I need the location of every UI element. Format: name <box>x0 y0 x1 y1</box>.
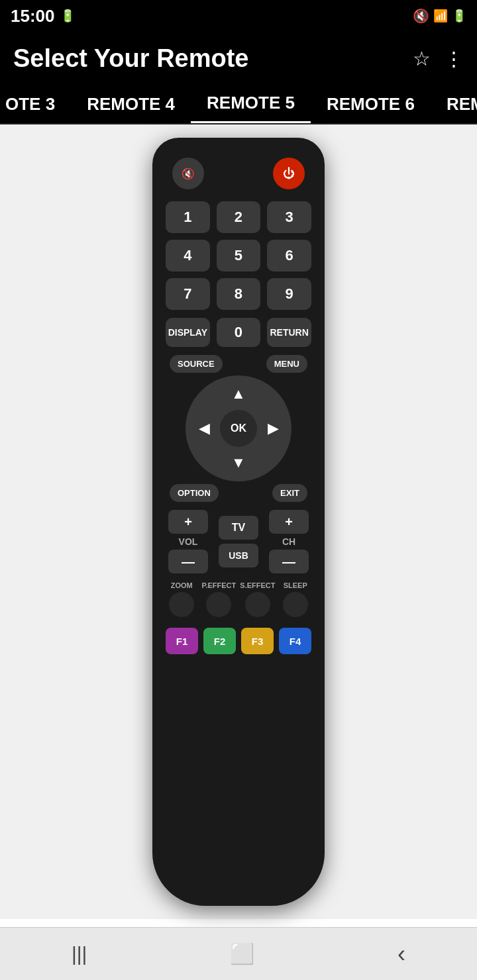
nav-menu-icon[interactable]: ||| <box>72 943 87 965</box>
s-effect-button[interactable] <box>245 592 270 617</box>
f3-button[interactable]: F3 <box>241 628 274 654</box>
ch-label: CH <box>282 536 295 547</box>
num-4-button[interactable]: 4 <box>166 240 210 271</box>
page-title: Select Your Remote <box>13 44 249 73</box>
f2-button[interactable]: F2 <box>203 628 236 654</box>
effect-row: ZOOM P.EFFECT S.EFFECT SLEEP <box>166 581 311 617</box>
nav-bar: ||| ⬜ ‹ <box>0 927 477 980</box>
f4-button[interactable]: F4 <box>279 628 311 654</box>
ok-button[interactable]: OK <box>220 410 257 447</box>
num-7-button[interactable]: 7 <box>166 278 210 310</box>
num-6-button[interactable]: 6 <box>267 240 311 271</box>
tab-remote-6[interactable]: REMOTE 6 <box>311 85 431 123</box>
dpad-section: SOURCE MENU ▲ ▼ ◀ ▶ OK <box>166 355 311 502</box>
return-button[interactable]: RETURN <box>267 318 311 347</box>
status-bar: 15:00 🔋 🔇 📶 🔋 <box>0 0 477 32</box>
mute-symbol: 🔇 <box>182 168 195 180</box>
tab-remote-4[interactable]: REMOTE 4 <box>71 85 191 123</box>
fbutton-row: F1 F2 F3 F4 <box>166 628 311 654</box>
ch-plus-button[interactable]: + <box>269 510 309 534</box>
mute-button[interactable]: 🔇 <box>172 158 204 189</box>
tv-usb-block: TV USB <box>216 516 261 567</box>
vol-plus-button[interactable]: + <box>168 510 208 534</box>
zoom-label: ZOOM <box>171 581 193 589</box>
signal-icon: 📶 <box>433 9 448 23</box>
vol-label: VOL <box>179 536 198 547</box>
status-left: 15:00 🔋 <box>11 6 75 26</box>
option-button[interactable]: OPTION <box>170 484 219 502</box>
tab-remote-7[interactable]: REMO… <box>431 85 477 123</box>
left-arrow-icon: ◀ <box>199 420 210 437</box>
exit-button[interactable]: EXIT <box>272 484 307 502</box>
p-effect-col: P.EFFECT <box>202 581 237 617</box>
dpad: ▲ ▼ ◀ ▶ OK <box>186 375 292 481</box>
right-arrow-icon: ▶ <box>268 420 279 437</box>
num-8-button[interactable]: 8 <box>217 278 261 310</box>
arrow-up-button[interactable]: ▲ <box>227 382 250 406</box>
header-icons: ☆ ⋮ <box>413 47 464 70</box>
main-content: 🔇 ⏻ 1 2 3 4 5 6 7 8 9 DISPLAY 0 RETURN <box>0 124 477 919</box>
power-button[interactable]: ⏻ <box>273 158 305 189</box>
down-arrow-icon: ▼ <box>231 454 246 471</box>
up-arrow-icon: ▲ <box>231 385 246 403</box>
remote-control: 🔇 ⏻ 1 2 3 4 5 6 7 8 9 DISPLAY 0 RETURN <box>152 138 325 906</box>
menu-button[interactable]: MENU <box>266 355 307 373</box>
tv-button[interactable]: TV <box>219 516 258 540</box>
arrow-right-button[interactable]: ▶ <box>261 416 285 440</box>
arrow-down-button[interactable]: ▼ <box>227 451 250 475</box>
source-button[interactable]: SOURCE <box>170 355 223 373</box>
favorite-icon[interactable]: ☆ <box>413 47 431 70</box>
power-symbol: ⏻ <box>283 167 295 181</box>
num-2-button[interactable]: 2 <box>217 201 261 233</box>
tab-bar: OTE 3 REMOTE 4 REMOTE 5 REMOTE 6 REMO… <box>0 85 477 124</box>
num-3-button[interactable]: 3 <box>267 201 311 233</box>
p-effect-label: P.EFFECT <box>202 581 237 589</box>
more-options-icon[interactable]: ⋮ <box>444 47 464 70</box>
source-menu-row: SOURCE MENU <box>166 355 311 373</box>
func-row: DISPLAY 0 RETURN <box>166 318 311 347</box>
tab-remote-3[interactable]: OTE 3 <box>0 85 71 123</box>
s-effect-label: S.EFFECT <box>240 581 275 589</box>
f1-button[interactable]: F1 <box>166 628 198 654</box>
usb-button[interactable]: USB <box>219 544 258 567</box>
display-button[interactable]: DISPLAY <box>166 318 210 347</box>
sleep-col: SLEEP <box>279 581 311 617</box>
battery-level-icon: 🔋 <box>452 9 466 23</box>
zoom-col: ZOOM <box>166 581 198 617</box>
nav-back-icon[interactable]: ‹ <box>398 940 405 968</box>
ch-minus-button[interactable]: — <box>269 550 309 573</box>
battery-icon: 🔋 <box>60 9 75 23</box>
s-effect-col: S.EFFECT <box>240 581 275 617</box>
status-time: 15:00 <box>11 6 55 26</box>
num-1-button[interactable]: 1 <box>166 201 210 233</box>
num-9-button[interactable]: 9 <box>267 278 311 310</box>
vol-ch-section: + VOL — TV USB + CH — <box>166 510 311 573</box>
nav-home-icon[interactable]: ⬜ <box>230 942 254 965</box>
option-exit-row: OPTION EXIT <box>166 484 311 502</box>
p-effect-button[interactable] <box>206 592 231 617</box>
zoom-button[interactable] <box>169 592 194 617</box>
tab-remote-5[interactable]: REMOTE 5 <box>191 85 311 123</box>
mute-icon: 🔇 <box>413 8 429 24</box>
ch-block: + CH — <box>266 510 311 573</box>
arrow-left-button[interactable]: ◀ <box>192 416 216 440</box>
remote-top-row: 🔇 ⏻ <box>166 158 311 189</box>
num-5-button[interactable]: 5 <box>217 240 261 271</box>
sleep-button[interactable] <box>283 592 308 617</box>
vol-block: + VOL — <box>166 510 211 573</box>
num-0-button[interactable]: 0 <box>217 318 261 347</box>
number-grid: 1 2 3 4 5 6 7 8 9 <box>166 201 311 310</box>
status-right: 🔇 📶 🔋 <box>413 8 466 24</box>
vol-minus-button[interactable]: — <box>168 550 208 573</box>
header: Select Your Remote ☆ ⋮ <box>0 32 477 85</box>
sleep-label: SLEEP <box>284 581 307 589</box>
